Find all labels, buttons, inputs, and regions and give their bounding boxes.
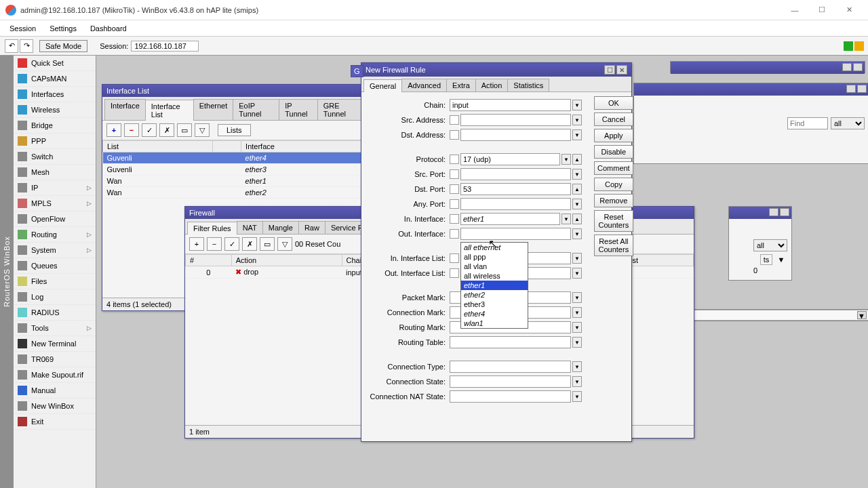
sidebar-item-new-terminal[interactable]: New Terminal	[14, 336, 96, 352]
dropdown-item[interactable]: all wireless	[461, 271, 528, 281]
cnat-input[interactable]	[450, 390, 571, 403]
close-button[interactable]: ✕	[835, 1, 863, 20]
close-icon[interactable]	[780, 208, 789, 216]
inilist-expand-icon[interactable]: ▼	[572, 253, 582, 264]
dropdown-item[interactable]: wlan1	[461, 319, 528, 328]
rule-tab[interactable]: Advanced	[401, 79, 447, 92]
sidebar-item-wireless[interactable]: Wireless	[14, 102, 96, 118]
table-row[interactable]: Wanether2	[103, 187, 366, 199]
anyport-expand-icon[interactable]: ▼	[572, 199, 582, 209]
rmark-expand-icon[interactable]: ▼	[572, 322, 582, 333]
comment-button[interactable]: Comment	[594, 161, 633, 175]
sidebar-item-openflow[interactable]: OpenFlow	[14, 211, 96, 227]
fw-filter-button[interactable]: ▽	[277, 237, 292, 251]
iniface-input[interactable]	[460, 213, 560, 225]
iflist-tab[interactable]: Interface	[104, 99, 146, 120]
sidebar-item-switch[interactable]: Switch	[14, 149, 96, 165]
table-row[interactable]: Guvenliether4	[103, 152, 366, 164]
sidebar-item-routing[interactable]: Routing▷	[14, 227, 96, 243]
restore-icon[interactable]	[846, 85, 856, 93]
rule-tab[interactable]: Extra	[446, 79, 476, 92]
chain-dropdown-icon[interactable]: ▼	[572, 100, 582, 110]
srcport-expand-icon[interactable]: ▼	[572, 169, 582, 180]
iniface-neg-checkbox[interactable]	[450, 214, 459, 224]
table-header[interactable]: Action	[231, 255, 342, 266]
anyport-neg-checkbox[interactable]	[450, 199, 459, 209]
fw-remove-button[interactable]: −	[207, 237, 222, 251]
srcport-neg-checkbox[interactable]	[450, 169, 459, 179]
sidebar-item-ip[interactable]: IP▷	[14, 180, 96, 196]
srcaddr-neg-checkbox[interactable]	[450, 115, 459, 125]
table-header[interactable]	[212, 141, 241, 152]
iflist-tab[interactable]: Ethernet	[193, 99, 234, 120]
proto-dropdown-icon[interactable]: ▼	[561, 154, 571, 165]
iflist-tab[interactable]: EoIP Tunnel	[233, 99, 279, 120]
pmark-expand-icon[interactable]: ▼	[572, 292, 582, 303]
sidebar-item-queues[interactable]: Queues	[14, 258, 96, 274]
fw-add-button[interactable]: +	[189, 237, 204, 251]
dstport-input[interactable]	[460, 183, 571, 195]
dropdown-item[interactable]: all vlan	[461, 262, 528, 271]
sidebar-item-tr069[interactable]: TR069	[14, 352, 96, 367]
srcport-input[interactable]	[460, 168, 571, 180]
sidebar-item-make-supout.rif[interactable]: Make Supout.rif	[14, 367, 96, 383]
sidebar-item-exit[interactable]: Exit	[14, 414, 96, 430]
dialog-close-button[interactable]: ✕	[616, 65, 627, 75]
disable-button[interactable]: Disable	[594, 145, 633, 159]
fw-tab[interactable]: NAT	[237, 221, 263, 234]
sidebar-item-mpls[interactable]: MPLS▷	[14, 196, 96, 211]
fw-enable-button[interactable]: ✓	[224, 237, 239, 251]
fw-reset-counters-button[interactable]: 00 Reset Cou	[295, 240, 340, 248]
comment-button[interactable]: ▭	[177, 123, 192, 137]
reset-all-counters-button[interactable]: Reset All Counters	[594, 235, 633, 256]
disable-button[interactable]: ✗	[159, 123, 174, 137]
sidebar-item-new-winbox[interactable]: New WinBox	[14, 399, 96, 414]
cancel-button[interactable]: Cancel	[594, 113, 633, 126]
filter-select-2[interactable]: all	[753, 239, 787, 251]
add-button[interactable]: +	[106, 123, 121, 137]
sidebar-item-interfaces[interactable]: Interfaces	[14, 87, 96, 102]
ctype-expand-icon[interactable]: ▼	[572, 361, 582, 372]
dropdown-icon[interactable]: ▼	[857, 311, 867, 319]
anyport-input[interactable]	[460, 198, 571, 210]
chain-input[interactable]	[450, 99, 571, 111]
restore-button[interactable]: ☐	[604, 65, 615, 75]
iflist-tab[interactable]: IP Tunnel	[279, 99, 318, 120]
filter-button[interactable]: ▽	[195, 123, 210, 137]
outilist-neg-checkbox[interactable]	[450, 268, 459, 278]
sidebar-item-quick-set[interactable]: Quick Set	[14, 56, 96, 71]
redo-button[interactable]: ↷	[20, 39, 33, 53]
undo-button[interactable]: ↶	[5, 39, 18, 53]
dropdown-item[interactable]: all ethernet	[461, 243, 528, 252]
srcaddr-input[interactable]	[460, 114, 571, 126]
remove-button[interactable]: −	[124, 123, 139, 137]
dstport-neg-checkbox[interactable]	[450, 184, 459, 194]
apply-button[interactable]: Apply	[594, 129, 633, 142]
cnat-expand-icon[interactable]: ▼	[572, 391, 582, 402]
sidebar-item-system[interactable]: System▷	[14, 243, 96, 258]
rule-tab[interactable]: Statistics	[507, 79, 549, 92]
inilist-neg-checkbox[interactable]	[450, 253, 459, 263]
table-header[interactable]: List	[103, 141, 213, 152]
dropdown-item[interactable]: ether1	[461, 281, 528, 290]
sidebar-item-radius[interactable]: RADIUS	[14, 305, 96, 321]
table-header[interactable]: #	[186, 255, 232, 266]
cmark-expand-icon[interactable]: ▼	[572, 307, 582, 318]
outiface-expand-icon[interactable]: ▼	[572, 228, 582, 239]
dropdown-item[interactable]: ether2	[461, 290, 528, 300]
cstate-expand-icon[interactable]: ▼	[572, 376, 582, 387]
outiface-neg-checkbox[interactable]	[450, 229, 459, 239]
restore-icon[interactable]	[842, 63, 852, 71]
fw-disable-button[interactable]: ✗	[242, 237, 257, 251]
sidebar-item-files[interactable]: Files	[14, 274, 96, 289]
iflist-tab[interactable]: GRE Tunnel	[317, 99, 364, 120]
ok-button[interactable]: OK	[594, 96, 633, 110]
menu-dashboard[interactable]: Dashboard	[83, 22, 134, 35]
outilist-expand-icon[interactable]: ▼	[572, 268, 582, 279]
iflist-table[interactable]: ListInterface Guvenliether4Guvenliether3…	[102, 140, 366, 199]
iniface-dropdown[interactable]: all ethernetall pppall vlanall wirelesse…	[460, 242, 528, 329]
copy-button[interactable]: Copy	[594, 178, 633, 191]
dropdown-item[interactable]: ether4	[461, 309, 528, 319]
proto-collapse-icon[interactable]: ▲	[572, 154, 582, 165]
sidebar-item-manual[interactable]: Manual	[14, 383, 96, 399]
